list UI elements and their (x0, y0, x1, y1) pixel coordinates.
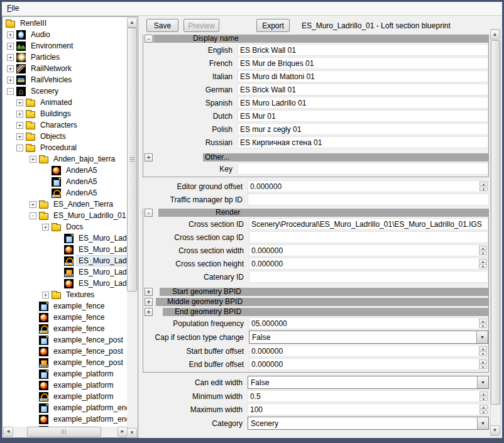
french-field[interactable]: ES Mur de Briques 01 (238, 57, 488, 69)
tree-item[interactable]: +RailVehicles (3, 74, 127, 85)
collapse-icon[interactable]: - (7, 88, 14, 95)
tree-item[interactable]: +Docs (3, 221, 127, 232)
tree-item[interactable]: RenfeIII (3, 18, 127, 29)
expand-icon[interactable]: + (42, 292, 49, 298)
cross-section-width-field[interactable]: 0.000000▲▼ (249, 244, 488, 256)
save-button[interactable]: Save (146, 19, 178, 32)
tree-item[interactable]: AndenA5 (3, 165, 127, 176)
scroll-up-icon[interactable]: ▲ (127, 18, 137, 28)
expand-icon[interactable]: + (16, 111, 23, 118)
english-field[interactable]: ES Brick Wall 01 (238, 44, 488, 56)
scroll-left-icon[interactable]: ◄ (3, 427, 13, 437)
tree-item[interactable]: ES_Muro_Ladrillo_01 (3, 244, 127, 255)
tree-item[interactable]: +RailNetwork (3, 63, 127, 74)
catenary-id-field[interactable] (249, 271, 488, 283)
tree-item[interactable]: +Characters (3, 119, 127, 131)
tree-item[interactable]: +Environment (3, 40, 127, 52)
expand-icon[interactable]: + (7, 31, 14, 38)
category-field[interactable]: Scenery▼ (248, 417, 489, 430)
cross-section-cap-id-field[interactable] (249, 231, 488, 243)
tree-item[interactable]: +ES_Anden_Tierra (3, 199, 127, 210)
spin-up-icon[interactable]: ▲ (479, 346, 487, 351)
tree-item[interactable]: example_fence (3, 300, 127, 312)
tree-item[interactable]: +Particles (3, 52, 127, 63)
spin-down-icon[interactable]: ▼ (479, 251, 487, 255)
tree-item[interactable]: +Animated (3, 97, 127, 108)
spin-up-icon[interactable]: ▲ (479, 182, 488, 186)
expand-icon[interactable]: + (7, 54, 14, 61)
spin-down-icon[interactable]: ▼ (479, 187, 488, 191)
tree-item[interactable]: example_platform (3, 391, 127, 402)
spin-up-icon[interactable]: ▲ (479, 246, 487, 250)
spin-up-icon[interactable]: ▲ (479, 259, 487, 263)
expand-icon[interactable]: + (16, 99, 23, 106)
can-edit-width-field[interactable]: False▼ (248, 376, 489, 389)
expand-icon[interactable]: + (7, 43, 14, 50)
collapse-icon[interactable]: - (30, 212, 36, 219)
polish-field[interactable]: ES mur z cegły 01 (238, 123, 488, 135)
cross-section-height-field[interactable]: 0.000000▲▼ (249, 258, 488, 270)
expand-button[interactable]: + (145, 298, 153, 306)
tree-vertical-scrollbar[interactable]: ▲ ▼ (127, 18, 137, 438)
expand-icon[interactable]: + (42, 224, 49, 231)
minimum-width-field[interactable]: 0.5▲▼ (248, 390, 489, 402)
spanish-field[interactable]: ES Muro Ladrillo 01 (238, 97, 488, 109)
menu-item-file[interactable]: File (2, 2, 24, 14)
expand-button[interactable]: + (145, 288, 153, 296)
tree-item[interactable]: +Objects (3, 131, 127, 142)
spin-down-icon[interactable]: ▼ (479, 397, 488, 401)
panel-vertical-scrollbar[interactable]: ▲ ▼ (490, 29, 501, 436)
tree-item[interactable]: AndenA5 (3, 187, 127, 199)
expand-button[interactable]: + (145, 308, 153, 316)
tree-item[interactable]: +Audio (3, 29, 127, 40)
expand-button[interactable]: + (145, 153, 153, 161)
collapse-button[interactable]: - (145, 209, 153, 217)
tree-item[interactable]: example_fence (3, 323, 127, 334)
tree-item[interactable]: example_fence_post (3, 346, 127, 357)
end-buffer-offset-field[interactable]: 0.000000▲▼ (249, 358, 488, 370)
scroll-up-icon[interactable]: ▲ (490, 30, 500, 40)
tree-item[interactable]: example_platform_end (3, 402, 127, 413)
expand-icon[interactable]: + (30, 201, 36, 208)
spin-up-icon[interactable]: ▲ (479, 359, 487, 364)
spin-up-icon[interactable]: ▲ (479, 391, 488, 396)
traffic-manager-bp-id-field[interactable] (248, 194, 489, 205)
export-button[interactable]: Export (256, 19, 290, 32)
cap-if-section-type-change-field[interactable]: False▼ (249, 331, 488, 344)
dropdown-arrow-icon[interactable]: ▼ (477, 376, 488, 388)
expand-icon[interactable]: + (30, 156, 36, 163)
expand-icon[interactable]: + (7, 65, 14, 72)
tree-item[interactable]: +Textures (3, 289, 127, 300)
expand-icon[interactable]: + (16, 122, 23, 129)
russian-field[interactable]: ES Кирпичная стена 01 (238, 136, 488, 148)
expand-icon[interactable]: + (16, 133, 23, 140)
tree-item[interactable]: AndenA5 (3, 176, 127, 187)
tree-item[interactable]: -Scenery (3, 85, 127, 97)
scroll-right-icon[interactable]: ► (118, 427, 128, 437)
tree-item[interactable]: -Procedural (3, 142, 127, 153)
tree-item[interactable]: example_platform (3, 368, 127, 380)
key-field[interactable] (238, 163, 488, 175)
expand-icon[interactable]: + (7, 77, 14, 84)
tree-item[interactable]: ES_Muro_Ladrillo_01 (3, 232, 127, 244)
tree-horizontal-scrollbar[interactable]: ◄ ► (3, 427, 128, 437)
start-buffer-offset-field[interactable]: 0.000000▲▼ (249, 345, 488, 357)
dropdown-arrow-icon[interactable]: ▼ (477, 417, 488, 429)
preview-button[interactable]: Preview (184, 19, 219, 32)
tree-item[interactable]: example_platform (3, 380, 127, 391)
tree-item[interactable]: -ES_Muro_Ladrillo_01 (3, 210, 127, 221)
spin-down-icon[interactable]: ▼ (479, 364, 487, 369)
maximum-width-field[interactable]: 100▲▼ (248, 403, 489, 415)
german-field[interactable]: ES Brick Wall 01 (238, 84, 488, 96)
tree-hscroll-thumb[interactable] (27, 427, 101, 437)
tree-item[interactable]: ES_Muro_Ladrillo_01 (3, 266, 127, 278)
population-frequency-field[interactable]: 05.000000▲▼ (249, 317, 488, 329)
spin-down-icon[interactable]: ▼ (479, 410, 488, 414)
dropdown-arrow-icon[interactable]: ▼ (476, 331, 488, 343)
collapse-button[interactable]: - (145, 35, 153, 43)
tree-item[interactable]: ES_Muro_Ladrillo_01 (3, 278, 127, 289)
panel-vscroll-thumb[interactable] (491, 40, 500, 405)
tree-item[interactable]: +Anden_bajo_tierra (3, 153, 127, 165)
tree-item[interactable]: example_platform_end (3, 413, 127, 425)
scroll-down-icon[interactable]: ▼ (127, 428, 137, 438)
